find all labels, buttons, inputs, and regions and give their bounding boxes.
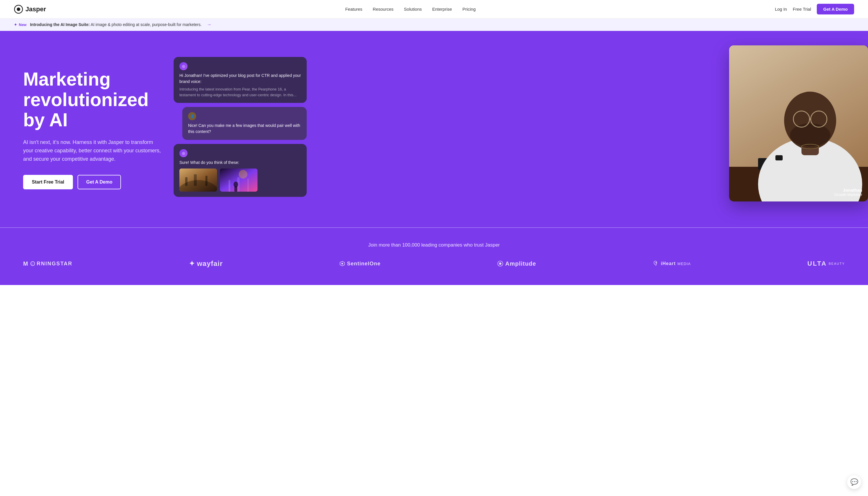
login-link[interactable]: Log In xyxy=(775,7,787,12)
person-name: Jonathan xyxy=(834,188,862,192)
chat-main-text-1: Hi Jonathan! I've optimized your blog po… xyxy=(179,73,301,84)
announcement-banner[interactable]: ✦ New Introducing the AI Image Suite: AI… xyxy=(0,18,868,31)
chat-body-text-1: Introducing the latest innovation from P… xyxy=(179,87,301,98)
svg-point-27 xyxy=(341,263,343,264)
nav-enterprise[interactable]: Enterprise xyxy=(432,7,452,12)
chat-bubble-1: ◎ Hi Jonathan! I've optimized your blog … xyxy=(174,57,307,103)
svg-rect-24 xyxy=(775,155,783,160)
nav-right: Log In Free Trial Get A Demo xyxy=(775,4,854,14)
banner-arrow[interactable]: → xyxy=(207,22,211,27)
svg-point-29 xyxy=(499,262,502,265)
logo-text: Jasper xyxy=(26,5,46,13)
landscape-image xyxy=(179,169,217,192)
person-label: Jonathan Growth Marketer xyxy=(834,188,862,197)
logo[interactable]: Jasper xyxy=(14,5,46,14)
chat-bubble-3: ◎ Sure! What do you think of these: xyxy=(174,144,307,197)
svg-point-20 xyxy=(790,123,830,146)
chat-text-3: Sure! What do you think of these: xyxy=(179,160,239,165)
svg-rect-9 xyxy=(228,180,230,192)
svg-rect-6 xyxy=(206,176,207,186)
hero-buttons: Start Free Trial Get A Demo xyxy=(23,175,174,189)
svg-rect-5 xyxy=(194,174,197,186)
person-illustration xyxy=(729,45,868,201)
nav-resources[interactable]: Resources xyxy=(373,7,393,12)
hero-left: Marketing revolutionized by AI AI isn't … xyxy=(23,69,174,189)
chat-header-3: ◎ xyxy=(179,149,301,157)
svg-rect-11 xyxy=(248,179,249,192)
morningstar-icon: M xyxy=(23,260,29,267)
jasper-logo-icon xyxy=(14,5,23,14)
logo-ulta: ULTA BEAUTY xyxy=(808,260,845,267)
chat-image-2 xyxy=(220,169,257,192)
wayfair-icon: ✦ xyxy=(189,260,195,268)
jasper-avatar-3: ◎ xyxy=(179,149,188,157)
svg-point-30 xyxy=(655,262,657,263)
hero-title: Marketing revolutionized by AI xyxy=(23,69,174,130)
hero-subtitle: AI isn't next, it's now. Harness it with… xyxy=(23,138,162,163)
logos-row: M ◌ RNINGSTAR ✦ wayfair SentinelOne Ampl… xyxy=(23,260,845,268)
svg-point-8 xyxy=(239,170,248,179)
trust-headline: Join more than 100,000 leading companies… xyxy=(23,242,845,248)
city-image xyxy=(220,169,257,192)
sentinelone-icon xyxy=(339,261,345,266)
morningstar-circle-icon: ◌ xyxy=(30,261,35,266)
chat-header-2: 👤 xyxy=(188,112,301,120)
logo-sentinelone: SentinelOne xyxy=(339,261,380,267)
sparkle-icon: ✦ xyxy=(14,22,17,27)
hero-section: Marketing revolutionized by AI AI isn't … xyxy=(0,31,868,228)
chat-image-1 xyxy=(179,169,217,192)
free-trial-link[interactable]: Free Trial xyxy=(793,7,811,12)
logo-wayfair: ✦ wayfair xyxy=(189,260,223,268)
trust-section: Join more than 100,000 leading companies… xyxy=(0,228,868,285)
nav-solutions[interactable]: Solutions xyxy=(404,7,422,12)
chat-text-2: Nice! Can you make me a few images that … xyxy=(188,123,300,134)
amplitude-icon xyxy=(497,260,504,267)
banner-bold-text: Introducing the AI Image Suite: xyxy=(30,22,90,27)
logo-amplitude: Amplitude xyxy=(497,260,536,267)
hero-get-demo-button[interactable]: Get A Demo xyxy=(77,175,121,189)
nav-features[interactable]: Features xyxy=(345,7,362,12)
user-avatar-2: 👤 xyxy=(188,112,196,120)
svg-rect-4 xyxy=(185,177,188,186)
jasper-avatar-1: ◎ xyxy=(179,62,188,70)
chat-bubble-2: 👤 Nice! Can you make me a few images tha… xyxy=(182,107,307,140)
iheartmedia-icon xyxy=(653,260,659,267)
chat-text-1: Hi Jonathan! I've optimized your blog po… xyxy=(179,73,301,98)
person-card: Jonathan Growth Marketer xyxy=(729,45,868,201)
nav-links: Features Resources Solutions Enterprise … xyxy=(345,7,476,12)
start-free-trial-button[interactable]: Start Free Trial xyxy=(23,175,73,189)
svg-rect-13 xyxy=(234,186,237,192)
get-demo-button[interactable]: Get A Demo xyxy=(817,4,854,14)
logo-iheartmedia: iHeartMEDIA xyxy=(653,260,691,267)
person-title: Growth Marketer xyxy=(834,192,862,197)
logo-morningstar: M ◌ RNINGSTAR xyxy=(23,260,72,267)
banner-body-text: AI image & photo editing at scale, purpo… xyxy=(91,22,202,27)
hero-right: ◎ Hi Jonathan! I've optimized your blog … xyxy=(174,57,845,201)
section-divider xyxy=(0,228,868,228)
nav-pricing[interactable]: Pricing xyxy=(462,7,476,12)
banner-new-badge: ✦ New xyxy=(14,22,27,27)
chat-images xyxy=(179,169,301,192)
navbar: Jasper Features Resources Solutions Ente… xyxy=(0,0,868,18)
chat-header-1: ◎ xyxy=(179,62,301,70)
chat-area: ◎ Hi Jonathan! I've optimized your blog … xyxy=(174,57,307,201)
banner-new-label: New xyxy=(19,22,27,27)
banner-text: Introducing the AI Image Suite: AI image… xyxy=(30,22,202,27)
svg-point-1 xyxy=(17,7,20,11)
